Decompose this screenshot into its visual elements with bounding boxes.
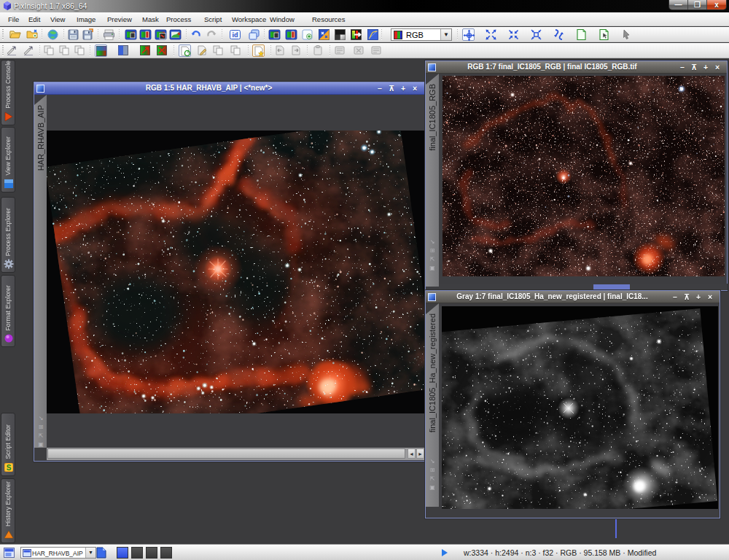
svg-text:S: S — [7, 464, 12, 472]
svg-text:id: id — [233, 31, 238, 39]
